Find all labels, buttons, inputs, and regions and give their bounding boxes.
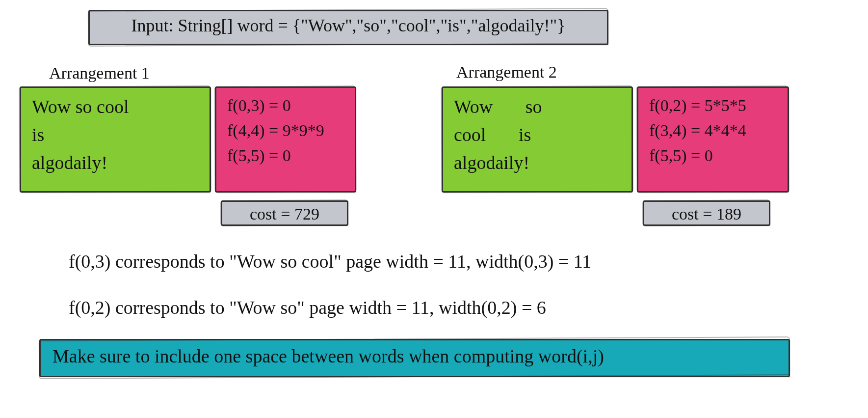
- diagram-canvas: Input: String[] word = {"Wow","so","cool…: [10, 10, 858, 408]
- arrangement-2-calc: f(0,2) = 5*5*5 f(3,4) = 4*4*4 f(5,5) = 0: [638, 88, 788, 173]
- arrangement-2-words: Wow so cool is algodaily!: [443, 88, 631, 182]
- arrangement-2-cost-box: cost = 189: [643, 200, 770, 226]
- explanation-line-1: f(0,3) corresponds to "Wow so cool" page…: [69, 251, 591, 272]
- input-box: Input: String[] word = {"Wow","so","cool…: [88, 10, 608, 45]
- arrangement-1-words-box: Wow so cool is algodaily!: [20, 86, 211, 193]
- arrangement-2-words-box: Wow so cool is algodaily!: [442, 86, 633, 193]
- input-text: Input: String[] word = {"Wow","so","cool…: [90, 11, 607, 40]
- explanation-line-2: f(0,2) corresponds to "Wow so" page widt…: [69, 297, 546, 318]
- arrangement-1-words: Wow so cool is algodaily!: [21, 88, 210, 182]
- arrangement-1-calc: f(0,3) = 0 f(4,4) = 9*9*9 f(5,5) = 0: [216, 88, 355, 173]
- arrangement-2-calc-box: f(0,2) = 5*5*5 f(3,4) = 4*4*4 f(5,5) = 0: [637, 86, 789, 193]
- arrangement-1-cost: cost = 729: [222, 202, 347, 226]
- arrangement-2-label: Arrangement 2: [456, 63, 557, 82]
- note-text: Make sure to include one space between w…: [41, 340, 789, 372]
- arrangement-1-label: Arrangement 1: [49, 64, 150, 83]
- arrangement-2-cost: cost = 189: [644, 202, 769, 226]
- note-box: Make sure to include one space between w…: [39, 339, 790, 377]
- arrangement-1-cost-box: cost = 729: [221, 200, 348, 226]
- arrangement-1-calc-box: f(0,3) = 0 f(4,4) = 9*9*9 f(5,5) = 0: [215, 86, 356, 193]
